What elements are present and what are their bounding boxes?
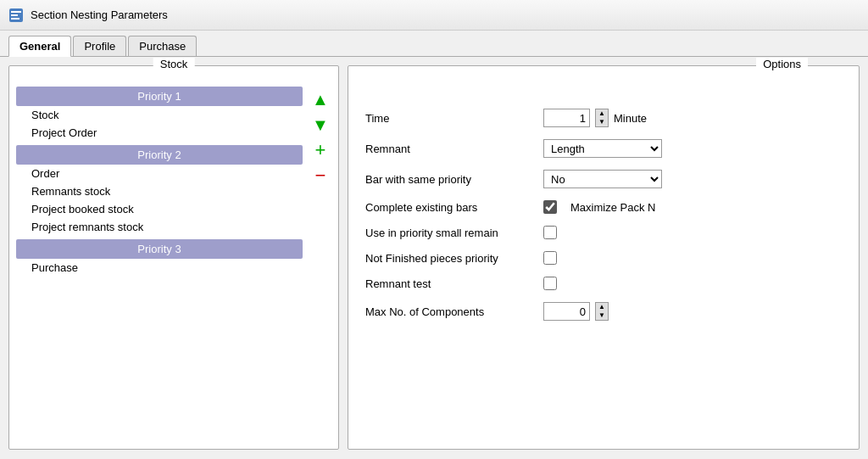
list-item[interactable]: Project Order (16, 124, 303, 142)
use-priority-row: Use in priority small remain (365, 226, 842, 239)
max-components-input[interactable] (543, 302, 590, 321)
app-icon (8, 8, 24, 23)
left-panel: Stock Priority 1 Stock Project Order Pri… (8, 65, 339, 450)
complete-bars-control: Maximize Pack N (543, 200, 655, 214)
right-panel: Options Time ▲ ▼ Minute (348, 65, 860, 450)
not-finished-checkbox[interactable] (543, 251, 557, 265)
time-spin-up[interactable]: ▲ (596, 109, 608, 118)
window-title: Section Nesting Parameters (31, 8, 168, 21)
title-bar: Section Nesting Parameters (0, 0, 868, 31)
not-finished-row: Not Finished pieces priority (365, 251, 842, 265)
tab-content-general: Stock Priority 1 Stock Project Order Pri… (0, 57, 868, 458)
stock-list: Priority 1 Stock Project Order Priority … (16, 87, 303, 280)
time-label: Time (365, 112, 535, 125)
remove-button[interactable]: − (309, 165, 331, 187)
time-unit: Minute (614, 112, 647, 125)
main-content: General Profile Purchase Stock Priority … (0, 31, 868, 459)
tab-general[interactable]: General (8, 36, 71, 57)
move-up-button[interactable]: ▲ (309, 88, 331, 110)
bar-priority-row: Bar with same priority No Yes (365, 170, 842, 188)
remnant-label: Remnant (365, 143, 535, 155)
svg-rect-1 (11, 11, 21, 13)
list-item[interactable]: Purchase (16, 259, 303, 277)
max-components-label: Max No. of Components (365, 305, 535, 318)
stock-panel: Stock Priority 1 Stock Project Order Pri… (8, 65, 339, 450)
time-row: Time ▲ ▼ Minute (365, 109, 842, 127)
max-components-control: ▲ ▼ (543, 302, 609, 321)
max-components-spin-up[interactable]: ▲ (596, 303, 608, 311)
priority-1-header[interactable]: Priority 1 (16, 87, 303, 106)
bar-priority-label: Bar with same priority (365, 173, 535, 186)
list-item[interactable]: Project remnants stock (16, 218, 303, 236)
bar-priority-control: No Yes (543, 170, 662, 188)
not-finished-label: Not Finished pieces priority (365, 252, 535, 265)
use-priority-checkbox[interactable] (543, 226, 557, 239)
remnant-test-row: Remnant test (365, 277, 842, 290)
tab-profile[interactable]: Profile (73, 36, 126, 56)
remnant-test-checkbox[interactable] (543, 277, 557, 290)
complete-bars-checkbox[interactable] (543, 200, 557, 214)
svg-rect-2 (11, 14, 18, 16)
list-item[interactable]: Remnants stock (16, 182, 303, 200)
use-priority-control (543, 226, 557, 239)
remnant-select[interactable]: Length Area None (543, 139, 662, 158)
options-form: Time ▲ ▼ Minute Remnant (365, 83, 842, 321)
maximize-pack-label: Maximize Pack N (570, 201, 655, 214)
svg-rect-3 (11, 18, 19, 20)
time-spinner: ▲ ▼ (595, 109, 609, 127)
tab-purchase[interactable]: Purchase (128, 36, 197, 56)
not-finished-control (543, 251, 557, 265)
stock-list-container: Priority 1 Stock Project Order Priority … (9, 78, 338, 288)
priority-buttons: ▲ ▼ + − (309, 87, 331, 280)
max-components-spinner: ▲ ▼ (595, 302, 609, 321)
remnant-control: Length Area None (543, 139, 662, 158)
time-control: ▲ ▼ Minute (543, 109, 647, 127)
remnant-row: Remnant Length Area None (365, 139, 842, 158)
remnant-test-label: Remnant test (365, 277, 535, 290)
options-legend: Options (756, 58, 808, 70)
remnant-test-control (543, 277, 557, 290)
bar-priority-select[interactable]: No Yes (543, 170, 662, 188)
time-input[interactable] (543, 109, 590, 127)
tabs-bar: General Profile Purchase (0, 31, 868, 57)
complete-bars-label: Complete existing bars (365, 201, 535, 214)
list-item[interactable]: Stock (16, 106, 303, 124)
stock-legend: Stock (153, 58, 195, 70)
list-item[interactable]: Order (16, 165, 303, 182)
move-down-button[interactable]: ▼ (309, 114, 331, 136)
priority-group-3: Priority 3 Purchase (16, 239, 303, 277)
complete-bars-row: Complete existing bars Maximize Pack N (365, 200, 842, 214)
add-button[interactable]: + (309, 139, 331, 161)
list-item[interactable]: Project booked stock (16, 200, 303, 218)
use-priority-label: Use in priority small remain (365, 227, 535, 239)
priority-group-2: Priority 2 Order Remnants stock Project … (16, 145, 303, 236)
priority-3-header[interactable]: Priority 3 (16, 239, 303, 259)
time-spin-down[interactable]: ▼ (596, 118, 608, 126)
priority-2-header[interactable]: Priority 2 (16, 145, 303, 165)
max-components-spin-down[interactable]: ▼ (596, 311, 608, 320)
priority-group-1: Priority 1 Stock Project Order (16, 87, 303, 142)
max-components-row: Max No. of Components ▲ ▼ (365, 302, 842, 321)
options-panel: Options Time ▲ ▼ Minute (348, 65, 860, 450)
